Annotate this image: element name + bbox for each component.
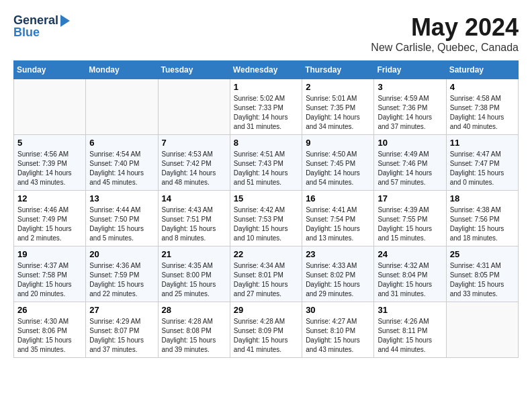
calendar-week-1: 1 Sunrise: 5:02 AMSunset: 7:33 PMDayligh… [14, 79, 519, 135]
calendar-cell: 7 Sunrise: 4:53 AMSunset: 7:42 PMDayligh… [158, 135, 230, 191]
month-year-title: May 2024 [371, 13, 519, 42]
day-info: Sunrise: 4:47 AMSunset: 7:47 PMDaylight:… [450, 150, 515, 187]
calendar-cell: 9 Sunrise: 4:50 AMSunset: 7:45 PMDayligh… [302, 135, 374, 191]
day-number: 7 [162, 138, 226, 148]
day-number: 30 [306, 305, 370, 315]
day-number: 17 [378, 193, 442, 203]
day-number: 14 [162, 193, 226, 203]
calendar-cell: 28 Sunrise: 4:28 AMSunset: 8:08 PMDaylig… [158, 302, 230, 358]
day-info: Sunrise: 4:26 AMSunset: 8:11 PMDaylight:… [378, 317, 442, 355]
calendar-cell: 1 Sunrise: 5:02 AMSunset: 7:33 PMDayligh… [230, 79, 302, 135]
day-info: Sunrise: 4:51 AMSunset: 7:43 PMDaylight:… [234, 150, 298, 187]
calendar-cell: 16 Sunrise: 4:41 AMSunset: 7:54 PMDaylig… [302, 191, 374, 246]
calendar-header-row: SundayMondayTuesdayWednesdayThursdayFrid… [14, 61, 519, 79]
calendar-cell: 31 Sunrise: 4:26 AMSunset: 8:11 PMDaylig… [374, 302, 446, 358]
day-info: Sunrise: 4:46 AMSunset: 7:49 PMDaylight:… [17, 205, 82, 243]
calendar-cell [158, 79, 230, 135]
title-section: May 2024 New Carlisle, Quebec, Canada [371, 13, 519, 54]
calendar-cell: 27 Sunrise: 4:29 AMSunset: 8:07 PMDaylig… [86, 302, 158, 358]
calendar-cell [86, 79, 158, 135]
day-header-friday: Friday [374, 61, 446, 79]
calendar-week-4: 19 Sunrise: 4:37 AMSunset: 7:58 PMDaylig… [14, 246, 519, 302]
day-info: Sunrise: 4:38 AMSunset: 7:56 PMDaylight:… [450, 205, 515, 243]
location-subtitle: New Carlisle, Quebec, Canada [371, 42, 519, 54]
calendar-cell: 18 Sunrise: 4:38 AMSunset: 7:56 PMDaylig… [446, 191, 518, 246]
day-number: 1 [234, 82, 298, 92]
page-header: General Blue May 2024 New Carlisle, Queb… [13, 13, 519, 54]
logo-arrow-icon [60, 15, 70, 27]
calendar-cell: 5 Sunrise: 4:56 AMSunset: 7:39 PMDayligh… [14, 135, 86, 191]
day-number: 20 [89, 249, 154, 259]
day-number: 29 [234, 305, 298, 315]
day-number: 19 [17, 249, 82, 259]
day-info: Sunrise: 4:54 AMSunset: 7:40 PMDaylight:… [89, 150, 154, 187]
calendar-cell: 10 Sunrise: 4:49 AMSunset: 7:46 PMDaylig… [374, 135, 446, 191]
day-info: Sunrise: 4:41 AMSunset: 7:54 PMDaylight:… [306, 205, 370, 243]
day-number: 5 [17, 138, 82, 148]
day-info: Sunrise: 4:31 AMSunset: 8:05 PMDaylight:… [450, 261, 515, 299]
calendar-cell: 3 Sunrise: 4:59 AMSunset: 7:36 PMDayligh… [374, 79, 446, 135]
day-number: 4 [450, 82, 515, 92]
calendar-cell: 25 Sunrise: 4:31 AMSunset: 8:05 PMDaylig… [446, 246, 518, 302]
day-info: Sunrise: 4:59 AMSunset: 7:36 PMDaylight:… [378, 94, 442, 132]
day-header-tuesday: Tuesday [158, 61, 230, 79]
day-number: 18 [450, 193, 515, 203]
day-header-saturday: Saturday [446, 61, 518, 79]
calendar-cell: 4 Sunrise: 4:58 AMSunset: 7:38 PMDayligh… [446, 79, 518, 135]
day-info: Sunrise: 4:58 AMSunset: 7:38 PMDaylight:… [450, 94, 515, 132]
day-number: 23 [306, 249, 370, 259]
day-info: Sunrise: 4:27 AMSunset: 8:10 PMDaylight:… [306, 317, 370, 355]
calendar-cell: 14 Sunrise: 4:43 AMSunset: 7:51 PMDaylig… [158, 191, 230, 246]
calendar-cell: 17 Sunrise: 4:39 AMSunset: 7:55 PMDaylig… [374, 191, 446, 246]
day-number: 11 [450, 138, 515, 148]
day-number: 15 [234, 193, 298, 203]
day-number: 3 [378, 82, 442, 92]
day-header-monday: Monday [86, 61, 158, 79]
calendar-cell: 30 Sunrise: 4:27 AMSunset: 8:10 PMDaylig… [302, 302, 374, 358]
day-number: 25 [450, 249, 515, 259]
day-header-wednesday: Wednesday [230, 61, 302, 79]
calendar-cell: 15 Sunrise: 4:42 AMSunset: 7:53 PMDaylig… [230, 191, 302, 246]
day-number: 22 [234, 249, 298, 259]
day-info: Sunrise: 4:50 AMSunset: 7:45 PMDaylight:… [306, 150, 370, 187]
calendar-cell: 22 Sunrise: 4:34 AMSunset: 8:01 PMDaylig… [230, 246, 302, 302]
day-info: Sunrise: 4:33 AMSunset: 8:02 PMDaylight:… [306, 261, 370, 299]
day-info: Sunrise: 5:02 AMSunset: 7:33 PMDaylight:… [234, 94, 298, 132]
calendar-week-2: 5 Sunrise: 4:56 AMSunset: 7:39 PMDayligh… [14, 135, 519, 191]
day-number: 9 [306, 138, 370, 148]
day-info: Sunrise: 5:01 AMSunset: 7:35 PMDaylight:… [306, 94, 370, 132]
calendar-cell: 24 Sunrise: 4:32 AMSunset: 8:04 PMDaylig… [374, 246, 446, 302]
day-number: 28 [162, 305, 226, 315]
logo: General Blue [13, 13, 70, 40]
calendar-cell: 21 Sunrise: 4:35 AMSunset: 8:00 PMDaylig… [158, 246, 230, 302]
day-number: 13 [89, 193, 154, 203]
day-info: Sunrise: 4:32 AMSunset: 8:04 PMDaylight:… [378, 261, 442, 299]
day-number: 26 [17, 305, 82, 315]
calendar-cell: 12 Sunrise: 4:46 AMSunset: 7:49 PMDaylig… [14, 191, 86, 246]
logo-blue-text: Blue [13, 26, 40, 40]
calendar-cell: 19 Sunrise: 4:37 AMSunset: 7:58 PMDaylig… [14, 246, 86, 302]
day-info: Sunrise: 4:28 AMSunset: 8:08 PMDaylight:… [162, 317, 226, 355]
day-info: Sunrise: 4:34 AMSunset: 8:01 PMDaylight:… [234, 261, 298, 299]
day-number: 16 [306, 193, 370, 203]
calendar-cell [14, 79, 86, 135]
day-info: Sunrise: 4:42 AMSunset: 7:53 PMDaylight:… [234, 205, 298, 243]
calendar-cell: 23 Sunrise: 4:33 AMSunset: 8:02 PMDaylig… [302, 246, 374, 302]
calendar-cell: 29 Sunrise: 4:28 AMSunset: 8:09 PMDaylig… [230, 302, 302, 358]
day-info: Sunrise: 4:44 AMSunset: 7:50 PMDaylight:… [89, 205, 154, 243]
day-info: Sunrise: 4:30 AMSunset: 8:06 PMDaylight:… [17, 317, 82, 355]
day-number: 12 [17, 193, 82, 203]
day-info: Sunrise: 4:28 AMSunset: 8:09 PMDaylight:… [234, 317, 298, 355]
calendar-table: SundayMondayTuesdayWednesdayThursdayFrid… [13, 60, 519, 358]
day-info: Sunrise: 4:49 AMSunset: 7:46 PMDaylight:… [378, 150, 442, 187]
day-number: 27 [89, 305, 154, 315]
calendar-cell [446, 302, 518, 358]
day-info: Sunrise: 4:56 AMSunset: 7:39 PMDaylight:… [17, 150, 82, 187]
day-number: 24 [378, 249, 442, 259]
day-number: 21 [162, 249, 226, 259]
day-header-sunday: Sunday [14, 61, 86, 79]
calendar-cell: 8 Sunrise: 4:51 AMSunset: 7:43 PMDayligh… [230, 135, 302, 191]
day-number: 6 [89, 138, 154, 148]
day-header-thursday: Thursday [302, 61, 374, 79]
calendar-week-3: 12 Sunrise: 4:46 AMSunset: 7:49 PMDaylig… [14, 191, 519, 246]
